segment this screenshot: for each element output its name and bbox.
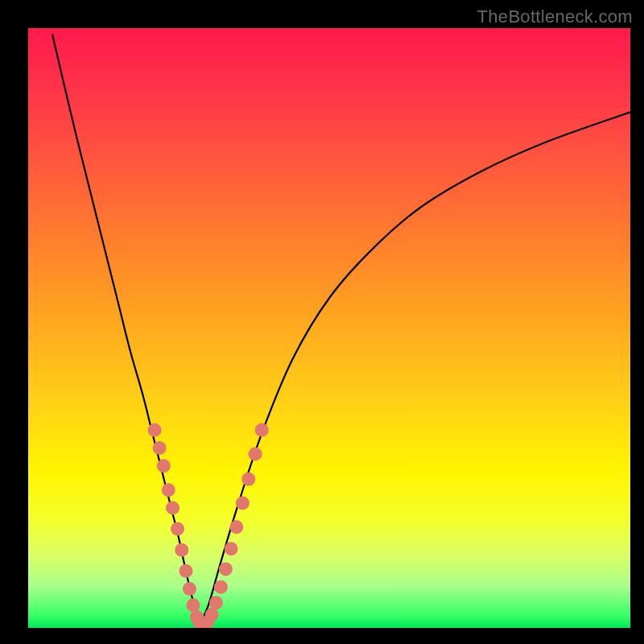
marker-dot bbox=[153, 441, 167, 455]
marker-dot bbox=[148, 423, 162, 437]
watermark-text: TheBottleneck.com bbox=[477, 6, 633, 27]
marker-dot bbox=[209, 596, 223, 609]
marker-dot bbox=[214, 580, 228, 594]
marker-dot bbox=[179, 564, 192, 578]
marker-dot bbox=[242, 473, 255, 486]
curve-left-path bbox=[52, 34, 200, 625]
marker-dot bbox=[183, 582, 196, 596]
marker-dot bbox=[219, 562, 233, 576]
curve-group bbox=[52, 34, 630, 625]
marker-dot bbox=[175, 543, 188, 557]
curve-right-path bbox=[200, 112, 630, 625]
marker-dot bbox=[205, 608, 219, 621]
plot-area bbox=[28, 28, 630, 628]
marker-dot bbox=[186, 598, 200, 612]
marker-dot bbox=[255, 423, 269, 437]
chart-frame: TheBottleneck.com bbox=[0, 0, 644, 644]
marker-dot bbox=[248, 447, 262, 460]
marker-dot bbox=[166, 502, 180, 515]
marker-dot bbox=[162, 483, 175, 497]
chart-svg bbox=[28, 28, 630, 628]
marker-dot bbox=[229, 520, 243, 534]
marker-dot bbox=[157, 459, 171, 473]
marker-dot bbox=[236, 497, 250, 510]
marker-dots bbox=[148, 423, 269, 628]
marker-dot bbox=[171, 522, 184, 536]
marker-dot bbox=[225, 542, 238, 555]
